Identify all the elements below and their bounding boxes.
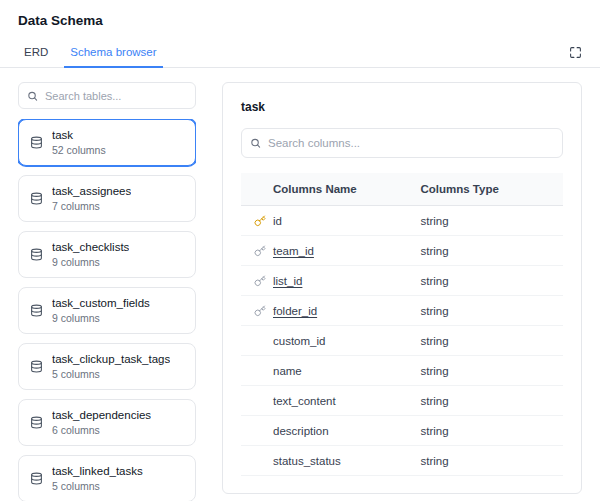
- column-name-link[interactable]: team_id: [273, 245, 314, 257]
- column-name: description: [273, 425, 329, 437]
- table-name: task: [52, 129, 106, 141]
- table-name: task_dependencies: [52, 409, 151, 421]
- columns-search: [241, 128, 563, 158]
- table-column-count: 52 columns: [52, 144, 106, 156]
- table-column-count: 9 columns: [52, 256, 129, 268]
- database-icon: [30, 472, 43, 485]
- columns-panel: task Columns Name Columns Type: [222, 82, 582, 494]
- column-type: string: [408, 446, 563, 476]
- no-key-spacer: [253, 334, 266, 347]
- primary-key-icon: [253, 214, 266, 227]
- header-columns-type: Columns Type: [408, 173, 563, 206]
- database-icon: [30, 416, 43, 429]
- column-name-link[interactable]: folder_id: [273, 305, 317, 317]
- column-name: text_content: [273, 395, 336, 407]
- foreign-key-icon: [253, 304, 266, 317]
- table-name: task_custom_fields: [52, 297, 150, 309]
- table-name: task_checklists: [52, 241, 129, 253]
- data-schema-widget: Data Schema ERD Schema browser: [0, 0, 600, 501]
- table-name: task_linked_tasks: [52, 465, 143, 477]
- tables-sidebar: task 52 columns task_assignees 7 columns: [18, 82, 196, 501]
- table-row: description string: [241, 416, 563, 446]
- widget-header: Data Schema: [0, 0, 600, 28]
- table-row: team_id string: [241, 236, 563, 266]
- table-item-task[interactable]: task 52 columns: [18, 119, 196, 166]
- content-area: task 52 columns task_assignees 7 columns: [0, 68, 600, 501]
- column-name: status_status: [273, 455, 341, 467]
- column-type: string: [408, 296, 563, 326]
- database-icon: [30, 192, 43, 205]
- table-row: custom_id string: [241, 326, 563, 356]
- table-column-count: 5 columns: [52, 480, 143, 492]
- tab-schema-browser[interactable]: Schema browser: [64, 38, 162, 68]
- tab-bar: ERD Schema browser: [0, 38, 600, 68]
- table-row: text_content string: [241, 386, 563, 416]
- columns-table: Columns Name Columns Type id string: [241, 173, 563, 476]
- search-tables-input[interactable]: [18, 82, 196, 109]
- database-icon: [30, 136, 43, 149]
- column-type: string: [408, 416, 563, 446]
- table-list: task 52 columns task_assignees 7 columns: [18, 119, 196, 501]
- table-row: folder_id string: [241, 296, 563, 326]
- no-key-spacer: [253, 454, 266, 467]
- table-column-count: 9 columns: [52, 312, 150, 324]
- columns-table-header: Columns Name Columns Type: [241, 173, 563, 206]
- table-item-task-assignees[interactable]: task_assignees 7 columns: [18, 175, 196, 222]
- no-key-spacer: [253, 364, 266, 377]
- header-columns-name: Columns Name: [241, 173, 408, 206]
- table-row: status_status string: [241, 446, 563, 476]
- table-name: task_assignees: [52, 185, 131, 197]
- fullscreen-button[interactable]: [569, 46, 582, 59]
- column-type: string: [408, 266, 563, 296]
- tab-erd[interactable]: ERD: [18, 38, 54, 68]
- database-icon: [30, 304, 43, 317]
- table-column-count: 6 columns: [52, 424, 151, 436]
- table-item-task-checklists[interactable]: task_checklists 9 columns: [18, 231, 196, 278]
- search-columns-input[interactable]: [241, 128, 563, 158]
- column-type: string: [408, 236, 563, 266]
- search-icon: [27, 90, 38, 101]
- selected-table-title: task: [241, 100, 563, 114]
- table-column-count: 5 columns: [52, 368, 170, 380]
- table-row: id string: [241, 206, 563, 236]
- column-type: string: [408, 326, 563, 356]
- database-icon: [30, 248, 43, 261]
- no-key-spacer: [253, 394, 266, 407]
- tables-search: [18, 82, 196, 109]
- database-icon: [30, 360, 43, 373]
- no-key-spacer: [253, 424, 266, 437]
- column-name: id: [273, 215, 282, 227]
- table-item-task-custom-fields[interactable]: task_custom_fields 9 columns: [18, 287, 196, 334]
- table-item-task-linked-tasks[interactable]: task_linked_tasks 5 columns: [18, 455, 196, 501]
- page-title: Data Schema: [18, 13, 582, 28]
- table-row: name string: [241, 356, 563, 386]
- column-type: string: [408, 206, 563, 236]
- table-item-task-dependencies[interactable]: task_dependencies 6 columns: [18, 399, 196, 446]
- table-row: list_id string: [241, 266, 563, 296]
- table-item-task-clickup-task-tags[interactable]: task_clickup_task_tags 5 columns: [18, 343, 196, 390]
- column-name: name: [273, 365, 302, 377]
- column-type: string: [408, 386, 563, 416]
- column-name: custom_id: [273, 335, 325, 347]
- foreign-key-icon: [253, 244, 266, 257]
- table-column-count: 7 columns: [52, 200, 131, 212]
- table-name: task_clickup_task_tags: [52, 353, 170, 365]
- expand-icon: [569, 46, 582, 59]
- search-icon: [250, 138, 261, 149]
- column-name-link[interactable]: list_id: [273, 275, 302, 287]
- foreign-key-icon: [253, 274, 266, 287]
- column-type: string: [408, 356, 563, 386]
